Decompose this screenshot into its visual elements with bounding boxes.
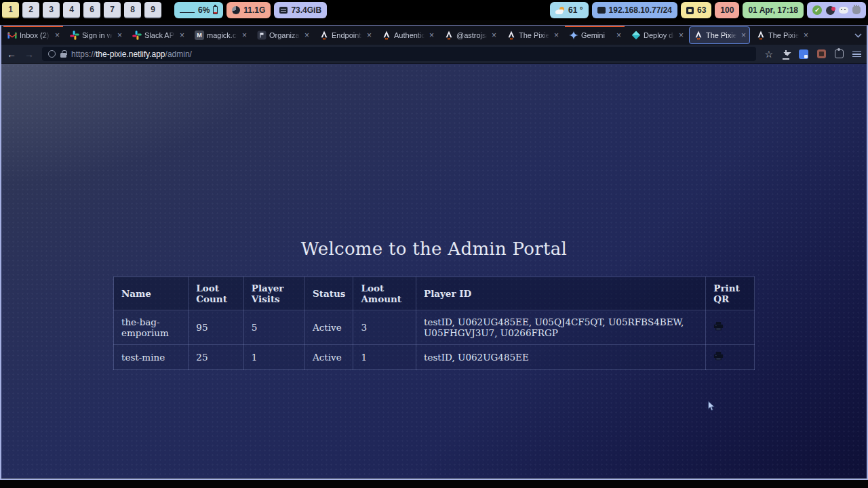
table-row: the-bag-emporium 95 5 Active 3 testID, U…: [114, 310, 755, 345]
status-bar: 1 2 3 4 6 7 8 9 6% 11.1G 73.4GiB 61 ° 19…: [0, 0, 868, 20]
volume-widget: 63: [681, 2, 711, 18]
tab-close-icon[interactable]: ×: [303, 30, 311, 40]
tracking-protection-icon[interactable]: [48, 50, 56, 58]
tab-magick-css[interactable]: M magick.css ×: [190, 26, 251, 44]
workspace-button-8[interactable]: 8: [124, 2, 141, 18]
red-extension-icon[interactable]: [817, 49, 826, 58]
header-print-qr: Print QR: [706, 277, 755, 310]
tab-authentication[interactable]: Authenticati ×: [377, 26, 438, 44]
check-tray-icon[interactable]: ✓: [812, 5, 822, 15]
tab-close-icon[interactable]: ×: [428, 30, 435, 40]
magick-css-icon: M: [195, 30, 204, 40]
network-widget: 192.168.10.77/24: [592, 2, 677, 18]
battery-widget: 6%: [174, 2, 223, 18]
workspace-button-4[interactable]: 4: [63, 2, 80, 18]
tab-close-icon[interactable]: ×: [740, 30, 747, 40]
bookmark-star-icon[interactable]: ☆: [764, 49, 773, 60]
cell-loot-amount: 3: [353, 310, 416, 345]
tab-close-icon[interactable]: ×: [178, 30, 186, 40]
tab-close-icon[interactable]: ×: [366, 30, 373, 40]
url-text: https://the-pixie.netlify.app/admin/: [71, 49, 192, 59]
tab-the-pixie-1[interactable]: The Pixie - A ×: [502, 26, 563, 44]
astro-icon: [694, 30, 703, 40]
print-qr-button[interactable]: [713, 351, 724, 361]
tab-astrojs-tailwind[interactable]: @astrojs/tai ×: [439, 26, 500, 44]
cell-status: Active: [305, 345, 353, 370]
workspace-button-2[interactable]: 2: [22, 2, 39, 18]
forward-button[interactable]: →: [24, 49, 34, 59]
tab-close-icon[interactable]: ×: [553, 30, 560, 40]
system-tray: ✓: [807, 2, 866, 18]
downloads-icon[interactable]: [782, 50, 790, 58]
cell-name: the-bag-emporium: [114, 310, 189, 345]
tab-close-icon[interactable]: ×: [802, 30, 810, 40]
cell-player-id: testID, U062UG485EE: [416, 345, 705, 370]
workspace-button-1[interactable]: 1: [2, 2, 19, 18]
workspace-button-9[interactable]: 9: [144, 2, 161, 18]
organization-icon: [257, 30, 267, 40]
header-player-visits: Player Visits: [243, 277, 304, 310]
tab-deploy-details[interactable]: Deploy detai ×: [627, 26, 688, 44]
admin-portal-page: Welcome to the Admin Portal Name Loot Co…: [1, 64, 867, 478]
cell-visits: 1: [243, 345, 304, 370]
tab-close-icon[interactable]: ×: [116, 30, 123, 40]
cell-visits: 5: [243, 310, 304, 345]
menu-icon[interactable]: [852, 51, 861, 57]
header-name: Name: [114, 277, 189, 310]
tab-the-pixie-3[interactable]: The Pixie - A ×: [751, 26, 812, 44]
tab-close-icon[interactable]: ×: [677, 30, 685, 40]
tab-gemini[interactable]: Gemini ×: [564, 26, 625, 44]
cell-player-id: testID, U062UG485EE, U05QJ4CF5QT, U05RFB…: [416, 310, 705, 345]
header-loot-amount: Loot Amount: [353, 277, 416, 310]
cell-loot-count: 25: [189, 345, 243, 370]
tab-close-icon[interactable]: ×: [241, 30, 248, 40]
blue-extension-icon[interactable]: [799, 49, 808, 59]
tab-close-icon[interactable]: ×: [615, 30, 623, 40]
header-loot-count: Loot Count: [189, 277, 243, 310]
browser-window: Inbox (2) - ki × Sign in with × Slack AP…: [0, 25, 868, 480]
tab-close-icon[interactable]: ×: [54, 30, 61, 40]
header-player-id: Player ID: [416, 277, 705, 310]
workspace-button-6[interactable]: 6: [83, 2, 100, 18]
slack-icon: [132, 30, 142, 40]
tab-the-pixie-active[interactable]: The Pixie - A ×: [689, 26, 750, 44]
hand-tray-icon[interactable]: [852, 6, 861, 14]
disk-icon: [279, 7, 288, 14]
tab-close-icon[interactable]: ×: [490, 30, 498, 40]
weather-widget: 61 °: [550, 2, 588, 18]
loot-table: Name Loot Count Player Visits Status Loo…: [113, 277, 755, 370]
extensions-puzzle-icon[interactable]: [835, 49, 844, 58]
tab-slack-api[interactable]: Slack API: Ap ×: [127, 26, 189, 44]
weather-icon: [555, 7, 565, 14]
recorder-tray-icon[interactable]: [826, 6, 835, 15]
workspace-button-7[interactable]: 7: [104, 2, 121, 18]
workspace-button-3[interactable]: 3: [43, 2, 60, 18]
gmail-icon: [7, 30, 17, 40]
navigation-toolbar: ← → https://the-pixie.netlify.app/admin/…: [1, 45, 867, 64]
brightness-widget: 100: [715, 2, 739, 18]
tab-endpoints[interactable]: Endpoints | ×: [315, 26, 376, 44]
slack-icon: [70, 30, 79, 40]
printer-icon: [713, 321, 724, 331]
clock-widget: 01 Apr, 17:18: [743, 2, 804, 18]
page-title: Welcome to the Admin Portal: [1, 64, 867, 259]
mouse-cursor: [707, 401, 715, 415]
cell-loot-amount: 1: [353, 345, 416, 370]
tab-organization[interactable]: Organization ×: [252, 26, 313, 44]
network-icon: [597, 7, 606, 14]
url-bar[interactable]: https://the-pixie.netlify.app/admin/: [42, 47, 756, 61]
list-all-tabs-button[interactable]: [850, 26, 866, 45]
volume-icon: [686, 7, 694, 14]
chevron-down-icon: [854, 33, 862, 38]
print-qr-button[interactable]: [713, 321, 724, 331]
discord-tray-icon[interactable]: [839, 7, 848, 14]
table-header-row: Name Loot Count Player Visits Status Loo…: [114, 277, 755, 310]
netlify-icon: [631, 30, 641, 40]
gemini-icon: [569, 30, 578, 40]
tab-sign-in-with[interactable]: Sign in with ×: [65, 26, 126, 44]
back-button[interactable]: ←: [7, 49, 16, 59]
astro-icon: [756, 30, 766, 40]
lock-icon[interactable]: [60, 53, 66, 58]
memory-icon: [232, 6, 240, 14]
tab-inbox[interactable]: Inbox (2) - ki ×: [3, 26, 64, 44]
